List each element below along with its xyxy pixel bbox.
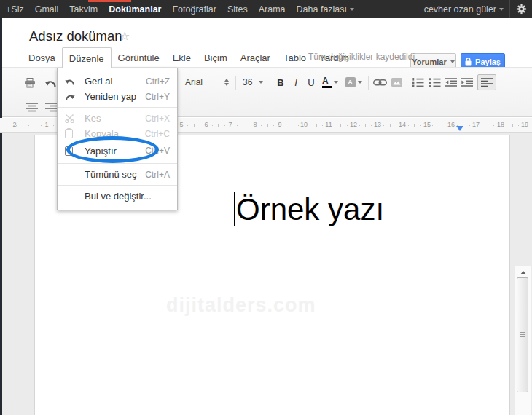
ruler-number: 15 <box>422 121 432 128</box>
scroll-up-button[interactable] <box>515 267 531 277</box>
service-nav: +Siz Gmail Takvim Dokümanlar Fotoğraflar… <box>0 4 354 15</box>
ruler-tick <box>488 124 488 127</box>
redo-icon <box>65 92 85 101</box>
menu-separator <box>58 185 177 186</box>
ruler-number: 7 <box>225 121 235 128</box>
nav-more[interactable]: Daha fazlası <box>297 4 354 15</box>
star-icon[interactable]: ☆ <box>120 29 130 43</box>
bulleted-list-button[interactable] <box>429 78 441 87</box>
paste-icon <box>65 146 85 156</box>
menu-item-redo[interactable]: Yeniden yap Ctrl+Y <box>58 89 177 104</box>
numbered-list-button[interactable] <box>412 78 424 87</box>
ruler-tick <box>47 124 47 127</box>
undo-button[interactable] <box>44 78 57 88</box>
scissors-icon <box>65 114 85 123</box>
align-right-button[interactable] <box>45 103 57 112</box>
chevron-down-icon <box>334 81 338 84</box>
ruler-tick <box>237 125 238 126</box>
ruler-tick <box>53 125 54 126</box>
align-left-icon <box>481 78 493 87</box>
vertical-scrollbar[interactable] <box>515 266 531 415</box>
insert-image-button[interactable] <box>391 78 402 87</box>
menu-item-cut: Kes Ctrl+X <box>58 111 177 126</box>
ruler-tick <box>194 124 195 127</box>
ruler-tick <box>340 124 341 127</box>
window-left-edge <box>0 0 2 415</box>
ruler-number: 2 <box>9 121 20 128</box>
indent-button[interactable] <box>461 78 473 87</box>
underline-button[interactable]: U <box>305 77 317 88</box>
nav-plus-you[interactable]: +Siz <box>6 4 24 15</box>
ruler-tick <box>212 125 213 126</box>
settings-button[interactable] <box>509 0 532 18</box>
text-color-button[interactable]: A <box>321 77 339 88</box>
google-docs-window: +Siz Gmail Takvim Dokümanlar Fotoğraflar… <box>0 0 532 415</box>
gear-icon <box>516 4 527 15</box>
menu-insert[interactable]: Ekle <box>166 47 197 68</box>
menu-item-copy: Kopyala Ctrl+C <box>58 126 177 141</box>
document-title[interactable]: Adsız doküman <box>29 28 122 44</box>
ruler-tick <box>28 125 29 126</box>
menu-tools[interactable]: Araçlar <box>234 47 277 68</box>
menu-view[interactable]: Görüntüle <box>112 47 166 68</box>
ruler-tick <box>390 124 391 127</box>
copy-icon <box>65 129 85 138</box>
nav-documents[interactable]: Dokümanlar <box>109 4 161 15</box>
menu-table[interactable]: Tablo <box>277 47 313 68</box>
ruler-tick <box>298 125 299 126</box>
ruler-tick <box>310 125 310 126</box>
align-left-button[interactable] <box>477 74 496 90</box>
ruler-number: 13 <box>372 121 383 128</box>
ruler-tick <box>383 125 384 126</box>
ruler-tick <box>273 125 274 126</box>
ruler-number: 11 <box>324 121 334 128</box>
print-button[interactable] <box>24 78 36 88</box>
menu-item-find-replace[interactable]: Bul ve değiştir... <box>58 189 177 204</box>
menu-edit[interactable]: Düzenle <box>62 47 112 68</box>
ruler-tick <box>512 124 513 127</box>
active-service-indicator <box>88 0 131 2</box>
ruler-tick <box>322 125 323 126</box>
nav-calendar[interactable]: Takvim <box>69 4 98 15</box>
ruler-tick <box>396 125 396 126</box>
undo-icon <box>44 78 57 88</box>
menu-file[interactable]: Dosya <box>22 47 62 68</box>
outdent-button[interactable] <box>445 78 457 87</box>
grip-icon <box>520 332 525 338</box>
nav-sites[interactable]: Sites <box>227 4 248 15</box>
font-family-dropdown[interactable]: Arial <box>183 74 231 90</box>
nav-gmail[interactable]: Gmail <box>35 4 59 15</box>
align-center-icon <box>26 103 38 112</box>
ruler-tick <box>16 125 17 126</box>
ruler-tick <box>445 125 445 126</box>
insert-link-button[interactable] <box>373 79 387 86</box>
align-center-button[interactable] <box>26 103 38 112</box>
font-size-dropdown[interactable]: 36 <box>240 74 265 90</box>
edit-menu-dropdown: Geri al Ctrl+Z Yeniden yap Ctrl+Y Kes Ct… <box>57 68 178 210</box>
ruler-tick <box>371 125 372 126</box>
bulleted-list-icon <box>429 78 441 87</box>
scrollbar-thumb[interactable] <box>517 277 528 392</box>
ruler-tick <box>286 125 286 126</box>
italic-button[interactable]: I <box>291 77 301 88</box>
account-menu[interactable]: cevher ozan güler <box>424 4 504 15</box>
nav-search[interactable]: Arama <box>259 4 286 15</box>
text-color-icon: A <box>322 77 332 88</box>
nav-photos[interactable]: Fotoğraflar <box>172 4 216 15</box>
menu-item-paste[interactable]: Yapıştır Ctrl+V <box>58 141 177 160</box>
ruler-tick <box>218 124 219 127</box>
bold-button[interactable]: B <box>275 77 286 88</box>
topbar-right: cevher ozan güler <box>424 0 532 18</box>
menu-format[interactable]: Biçim <box>197 47 234 68</box>
ruler-tick <box>261 125 262 126</box>
ruler-tick <box>243 124 243 127</box>
highlight-color-button[interactable]: A <box>343 77 364 87</box>
arrow-up-icon <box>520 271 526 274</box>
ruler-number: 16 <box>446 121 456 128</box>
ruler-tick <box>187 125 188 126</box>
menu-item-select-all[interactable]: Tümünü seç Ctrl+A <box>58 167 177 182</box>
ruler-indent-marker[interactable] <box>456 126 463 131</box>
menu-item-undo[interactable]: Geri al Ctrl+Z <box>58 74 177 89</box>
ruler-tick <box>267 124 268 127</box>
ruler-tick <box>457 125 458 126</box>
